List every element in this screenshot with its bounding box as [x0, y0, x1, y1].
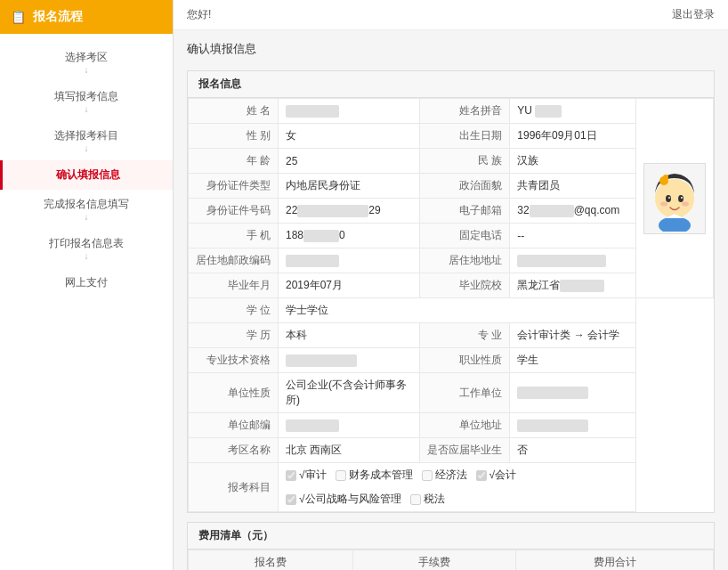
id-number-value: 2229	[279, 199, 420, 224]
tech-title-value	[279, 348, 420, 373]
sidebar-item-select-subjects[interactable]: 选择报考科目	[0, 121, 173, 160]
degree-label: 学 位	[189, 298, 279, 323]
address-blurred	[517, 255, 606, 267]
sidebar-item-label: 打印报名信息表	[49, 236, 124, 251]
svg-point-9	[682, 202, 689, 207]
work-unit-blurred	[517, 387, 588, 399]
table-row: 学 位 学士学位	[189, 298, 714, 323]
main-content: 您好! 退出登录 确认填报信息 报名信息 姓 名 姓名拼音 YU	[174, 0, 728, 570]
job-nature-label: 职业性质	[420, 348, 510, 373]
subject-economics: 经济法	[422, 468, 467, 483]
subject-strategy-label: √公司战略与风险管理	[299, 492, 401, 507]
subject-audit: √审计	[286, 468, 327, 483]
email-label: 电子邮箱	[420, 199, 510, 224]
mobile-blurred	[303, 230, 339, 242]
subject-audit-label: √审计	[299, 468, 327, 483]
ethnicity-value: 汉族	[510, 149, 636, 174]
sidebar-item-select-area[interactable]: 选择考区	[0, 43, 173, 82]
email-blurred	[530, 205, 574, 217]
sidebar-item-fill-info[interactable]: 填写报考信息	[0, 82, 173, 121]
subject-tax-checkbox[interactable]	[410, 494, 421, 505]
table-row: 考区名称 北京 西南区 是否应届毕业生 否	[189, 438, 714, 463]
table-row: 单位邮编 单位地址	[189, 413, 714, 438]
name-blurred	[286, 105, 339, 118]
unit-postal-label: 单位邮编	[189, 413, 279, 438]
fee-box: 费用清单（元） 报名费 手续费 费用合计 180.00 0.00 180.00	[187, 522, 715, 570]
registration-info-box: 报名信息 姓 名 姓名拼音 YU	[187, 70, 715, 513]
reg-info-header: 报名信息	[188, 71, 714, 98]
tech-blurred	[286, 354, 357, 367]
svg-point-8	[660, 202, 667, 207]
sidebar-item-complete-fill[interactable]: 完成报名信息填写	[0, 190, 173, 229]
work-unit-value	[510, 373, 636, 413]
table-row: 报考科目 √审计 财务成本管理	[189, 463, 714, 512]
degree-value: 学士学位	[279, 298, 636, 323]
page-title: 确认填报信息	[187, 41, 715, 61]
sidebar-nav: 选择考区 填写报考信息 选择报考科目 确认填报信息 完成报名信息填写 打印报名信…	[0, 34, 173, 306]
pinyin-blurred	[535, 105, 562, 118]
postal-blurred	[286, 255, 339, 267]
age-label: 年 龄	[189, 149, 279, 174]
fee-table: 报名费 手续费 费用合计 180.00 0.00 180.00	[188, 550, 714, 570]
unit-address-blurred	[517, 419, 588, 432]
postal-code-value	[279, 248, 420, 273]
education-label: 学 历	[189, 323, 279, 348]
sidebar-item-label: 填写报考信息	[54, 89, 118, 104]
table-row: 身份证件号码 2229 电子邮箱 32@qq.com	[189, 199, 714, 224]
subject-finance-cost: 财务成本管理	[336, 468, 413, 483]
sidebar-item-confirm-info[interactable]: 确认填报信息	[0, 160, 173, 190]
table-row: 姓 名 姓名拼音 YU	[189, 99, 714, 124]
greeting-text: 您好!	[187, 7, 211, 22]
sidebar-item-label: 网上支付	[65, 275, 108, 290]
political-label: 政治面貌	[420, 174, 510, 199]
subject-economics-label: 经济法	[435, 468, 467, 483]
gender-value: 女	[279, 124, 420, 149]
landline-label: 固定电话	[420, 224, 510, 248]
mobile-label: 手 机	[189, 224, 279, 248]
fee-table-header-row: 报名费 手续费 费用合计	[189, 550, 714, 571]
table-row: 手 机 1880 固定电话 --	[189, 224, 714, 248]
name-pinyin-value: YU	[510, 99, 636, 124]
exam-area-label: 考区名称	[189, 438, 279, 463]
top-bar: 您好! 退出登录	[174, 0, 728, 30]
table-row: 性 别 女 出生日期 1996年09月01日	[189, 124, 714, 149]
subject-economics-checkbox[interactable]	[422, 470, 433, 481]
subject-strategy: √公司战略与风险管理	[286, 492, 401, 507]
work-unit-label: 工作单位	[420, 373, 510, 413]
avatar-cell	[636, 99, 714, 298]
id-type-value: 内地居民身份证	[279, 174, 420, 199]
logout-button[interactable]: 退出登录	[672, 7, 715, 22]
sidebar-item-label: 完成报名信息填写	[44, 197, 129, 212]
sidebar-item-print-table[interactable]: 打印报名信息表	[0, 229, 173, 268]
fresh-grad-label: 是否应届毕业生	[420, 438, 510, 463]
grad-school-label: 毕业院校	[420, 273, 510, 298]
id-type-label: 身份证件类型	[189, 174, 279, 199]
sidebar-title: 报名流程	[33, 9, 83, 25]
subject-audit-checkbox[interactable]	[286, 470, 296, 481]
name-label: 姓 名	[189, 99, 279, 124]
tech-title-label: 专业技术资格	[189, 348, 279, 373]
grad-month-value: 2019年07月	[279, 273, 420, 298]
subject-accounting-checkbox[interactable]	[476, 470, 487, 481]
table-row: 学 历 本科 专 业 会计审计类 → 会计学	[189, 323, 714, 348]
table-row: 单位性质 公司企业(不含会计师事务所) 工作单位	[189, 373, 714, 413]
svg-point-5	[678, 195, 684, 202]
ethnicity-label: 民 族	[420, 149, 510, 174]
unit-nature-label: 单位性质	[189, 373, 279, 413]
name-value	[279, 99, 420, 124]
svg-point-3	[663, 175, 668, 180]
subject-strategy-checkbox[interactable]	[286, 494, 296, 505]
postal-code-label: 居住地邮政编码	[189, 248, 279, 273]
name-pinyin-label: 姓名拼音	[420, 99, 510, 124]
sidebar-item-pay-online[interactable]: 网上支付	[0, 268, 173, 297]
table-row: 身份证件类型 内地居民身份证 政治面貌 共青团员	[189, 174, 714, 199]
major-label: 专 业	[420, 323, 510, 348]
sidebar-header-icon: 📋	[11, 10, 26, 24]
id-blurred	[297, 205, 368, 217]
subject-finance-checkbox[interactable]	[336, 470, 346, 481]
birthdate-value: 1996年09月01日	[510, 124, 636, 149]
sidebar-item-label: 确认填报信息	[56, 167, 120, 183]
table-row: 毕业年月 2019年07月 毕业院校 黑龙江省	[189, 273, 714, 298]
avatar	[643, 163, 706, 234]
unit-nature-value: 公司企业(不含会计师事务所)	[279, 373, 420, 413]
